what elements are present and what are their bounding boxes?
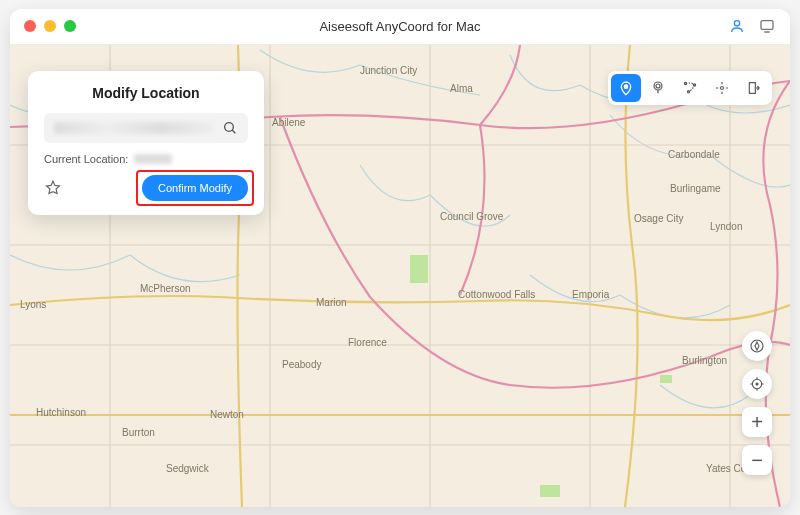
svg-point-16: [756, 383, 758, 385]
mode-export[interactable]: [739, 74, 769, 102]
mode-joystick[interactable]: [707, 74, 737, 102]
mode-one-stop[interactable]: [643, 74, 673, 102]
window-title: Aiseesoft AnyCoord for Mac: [10, 19, 790, 34]
location-search-input[interactable]: [44, 113, 248, 143]
mode-multi-stop[interactable]: [675, 74, 705, 102]
search-icon: [222, 120, 238, 136]
svg-point-7: [624, 85, 627, 88]
svg-point-8: [656, 84, 660, 88]
current-location-row: Current Location:: [44, 153, 248, 165]
svg-point-13: [721, 86, 724, 89]
modify-panel-title: Modify Location: [44, 85, 248, 101]
current-location-label: Current Location:: [44, 153, 128, 165]
zoom-in-button[interactable]: +: [742, 407, 772, 437]
svg-rect-5: [660, 375, 672, 383]
svg-rect-3: [410, 255, 428, 283]
search-text-blurred: [54, 122, 214, 134]
mode-toolbar: [608, 71, 772, 105]
svg-point-9: [654, 82, 662, 90]
zoom-out-button[interactable]: −: [742, 445, 772, 475]
confirm-modify-button[interactable]: Confirm Modify: [142, 175, 248, 201]
svg-point-6: [225, 122, 234, 131]
map-side-controls: + −: [742, 331, 772, 475]
svg-rect-4: [540, 485, 560, 497]
compass-button[interactable]: [742, 331, 772, 361]
mode-modify-location[interactable]: [611, 74, 641, 102]
locate-button[interactable]: [742, 369, 772, 399]
modify-location-panel: Modify Location Current Location: Confir…: [28, 71, 264, 215]
app-window: Aiseesoft AnyCoord for Mac: [10, 9, 790, 507]
current-location-blurred: [134, 154, 172, 164]
titlebar: Aiseesoft AnyCoord for Mac: [10, 9, 790, 45]
map-area[interactable]: Junction CityAlmaAbileneCarbondaleBurlin…: [10, 45, 790, 507]
favorite-star-icon[interactable]: [44, 179, 62, 197]
